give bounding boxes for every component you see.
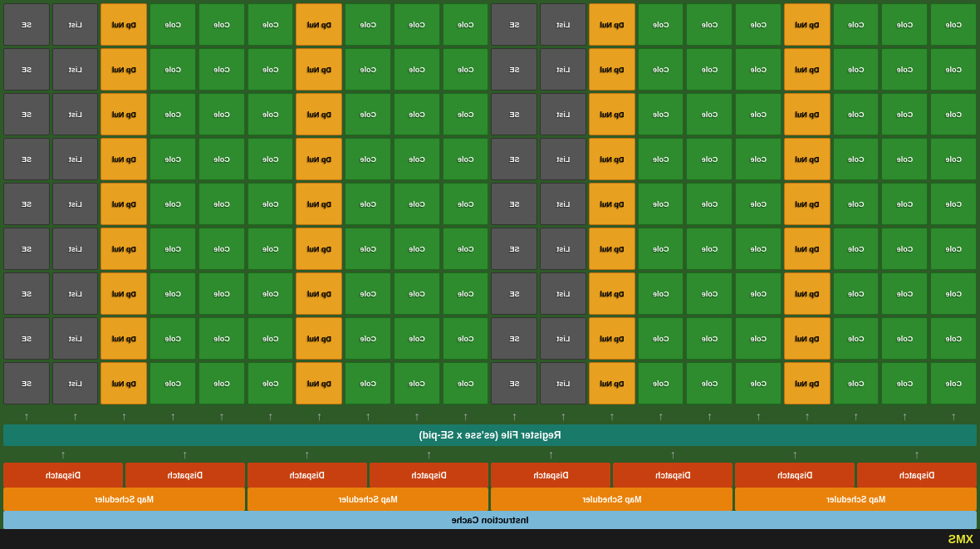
cell-se: SE [3,48,50,91]
cell-cole: Cole [833,138,880,180]
cell-cole: Cole [930,317,977,360]
cell-se: SE [3,317,50,360]
cell-dp-nul: Dp Nul [784,228,831,270]
dispatch-cell: Dispatch [613,463,733,488]
cell-cole: Cole [198,48,245,91]
cell-list: List [52,317,99,360]
cell-cole: Cole [882,228,929,270]
cell-cole: Cole [735,317,782,360]
cell-list: List [52,138,99,180]
cell-cole: Cole [882,93,929,135]
cell-dp-nul: Dp Nul [101,317,148,360]
cell-dp-nul: Dp Nul [784,183,831,225]
cell-dp-nul: Dp Nul [296,362,343,404]
cell-cole: Cole [345,228,391,270]
arrow: ↑ [345,409,391,423]
cell-se: SE [3,272,50,315]
arrows-row-top: ↑ ↑ ↑ ↑ ↑ ↑ ↑ ↑ ↑ ↑ ↑ ↑ ↑ ↑ ↑ ↑ ↑ ↑ ↑ ↑ [0,408,980,424]
cell-cole: Cole [345,48,391,91]
cell-cole: Cole [149,48,196,91]
cell-cole: Cole [833,183,880,225]
cell-cole: Cole [345,93,391,135]
arrow: ↑ [540,409,586,423]
cell-cole: Cole [735,183,782,225]
cell-cole: Cole [149,138,196,180]
map-scheduler-cell: Map Scheduler [3,488,245,511]
cell-cole: Cole [638,138,684,180]
cell-dp-nul: Dp Nul [101,228,148,270]
cell-cole: Cole [247,362,294,404]
cell-dp-nul: Dp Nul [589,183,635,225]
cell-cole: Cole [735,48,782,91]
cell-cole: Cole [149,362,196,404]
arrows-row-bottom: ↑ ↑ ↑ ↑ ↑ ↑ ↑ ↑ [0,446,980,463]
cell-dp-nul: Dp Nul [296,228,343,270]
grid-row: Cole Cole Cole Dp Nul Cole Cole Cole Dp … [3,317,977,360]
cell-cole: Cole [443,272,489,315]
cell-cole: Cole [687,362,733,404]
cell-cole: Cole [687,317,733,360]
arrow: ↑ [394,409,440,423]
cell-dp-nul: Dp Nul [784,317,831,360]
cell-cole: Cole [930,48,977,91]
cell-dp-nul: Dp Nul [296,48,343,91]
cell-dp-nul: Dp Nul [296,183,343,225]
dispatch-cell: Dispatch [857,463,977,488]
cell-list: List [540,3,586,46]
cell-dp-nul: Dp Nul [784,48,831,91]
cell-cole: Cole [687,93,733,135]
cell-cole: Cole [149,3,196,46]
arrow: ↑ [247,409,294,423]
cell-cole: Cole [638,362,684,404]
cell-cole: Cole [345,138,391,180]
cell-cole: Cole [394,138,440,180]
arrow: ↑ [735,448,855,461]
dispatch-row: Dispatch Dispatch Dispatch Dispatch Disp… [0,463,980,488]
cell-cole: Cole [882,317,929,360]
map-scheduler-cell: Map Scheduler [735,488,977,511]
cell-dp-nul: Dp Nul [589,48,635,91]
dispatch-cell: Dispatch [492,463,611,488]
cell-cole: Cole [198,138,245,180]
cell-dp-nul: Dp Nul [101,3,148,46]
cell-dp-nul: Dp Nul [296,3,343,46]
cell-cole: Cole [638,3,684,46]
dispatch-cell: Dispatch [125,463,245,488]
main-container: Cole Cole Cole Dp Nul Cole Cole Cole Dp … [0,0,980,549]
cell-list: List [52,183,99,225]
cell-cole: Cole [833,362,880,404]
cell-cole: Cole [149,228,196,270]
cell-dp-nul: Dp Nul [101,138,148,180]
cell-cole: Cole [443,138,489,180]
arrow: ↑ [687,409,733,423]
cell-cole: Cole [882,3,929,46]
cell-dp-nul: Dp Nul [101,93,148,135]
cell-cole: Cole [833,3,880,46]
cell-cole: Cole [833,228,880,270]
cell-cole: Cole [735,138,782,180]
dispatch-cell: Dispatch [247,463,367,488]
cell-cole: Cole [882,138,929,180]
arrow: ↑ [882,409,929,423]
cell-dp-nul: Dp Nul [784,362,831,404]
cell-cole: Cole [394,48,440,91]
arrow: ↑ [492,448,611,461]
arrow: ↑ [857,448,977,461]
cell-cole: Cole [247,317,294,360]
cell-cole: Cole [394,362,440,404]
cell-cole: Cole [198,272,245,315]
cell-cole: Cole [394,272,440,315]
cell-cole: Cole [247,3,294,46]
xms-label: XMS [948,532,973,546]
cell-dp-nul: Dp Nul [296,317,343,360]
cell-cole: Cole [687,3,733,46]
arrow: ↑ [492,409,538,423]
cell-cole: Cole [394,183,440,225]
cell-se: SE [3,362,50,404]
cell-dp-nul: Dp Nul [101,183,148,225]
cell-dp-nul: Dp Nul [589,3,635,46]
instruction-cache-bar: Instruction Cache [3,511,977,529]
cell-cole: Cole [735,272,782,315]
cell-cole: Cole [149,183,196,225]
cell-list: List [540,183,586,225]
